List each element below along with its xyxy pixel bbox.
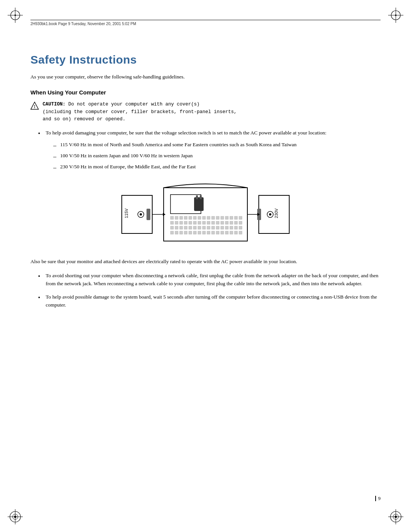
svg-rect-62 (239, 221, 242, 224)
svg-rect-79 (170, 231, 174, 234)
voltage-diagram: 115V (30, 180, 381, 249)
svg-rect-29 (200, 195, 202, 199)
svg-point-24 (140, 213, 142, 216)
svg-rect-91 (225, 231, 228, 234)
bullet-text-voltage: To help avoid damaging your computer, be… (46, 130, 327, 136)
svg-rect-45 (234, 216, 237, 219)
intro-paragraph: As you use your computer, observe the fo… (30, 73, 381, 81)
svg-rect-33 (180, 216, 183, 219)
svg-rect-73 (216, 226, 219, 229)
svg-rect-87 (207, 231, 210, 234)
dash-item-3: 230 V/50 Hz in most of Europe, the Middl… (53, 163, 381, 171)
svg-rect-63 (170, 226, 174, 229)
svg-rect-64 (175, 226, 178, 229)
svg-rect-32 (175, 216, 178, 219)
svg-rect-86 (202, 231, 206, 234)
svg-rect-56 (212, 221, 215, 224)
svg-point-7 (395, 14, 397, 16)
svg-rect-38 (202, 216, 206, 219)
svg-rect-71 (207, 226, 210, 229)
corner-mark-tr (388, 8, 403, 23)
svg-rect-43 (225, 216, 228, 219)
svg-rect-90 (221, 231, 224, 234)
main-content: Safety Instructions As you use your comp… (30, 53, 381, 309)
book-info: 2H930bk1.book Page 9 Tuesday, November 2… (30, 22, 136, 26)
svg-rect-69 (198, 226, 201, 229)
svg-rect-82 (184, 231, 187, 234)
svg-point-16 (395, 516, 397, 518)
page-number: 9 (378, 495, 381, 502)
svg-point-11 (14, 516, 16, 518)
svg-rect-60 (230, 221, 233, 224)
svg-rect-40 (212, 216, 215, 219)
svg-rect-47 (170, 221, 174, 224)
svg-rect-75 (225, 226, 228, 229)
svg-rect-53 (198, 221, 201, 224)
svg-rect-70 (202, 226, 206, 229)
header-bar: 2H930bk1.book Page 9 Tuesday, November 2… (30, 20, 381, 26)
svg-rect-93 (234, 231, 237, 234)
svg-rect-76 (230, 226, 233, 229)
bullet-item-usb: To help avoid possible damage to the sys… (38, 293, 381, 309)
svg-rect-31 (170, 216, 174, 219)
svg-rect-74 (221, 226, 224, 229)
svg-rect-39 (207, 216, 210, 219)
caution-icon: ! (30, 102, 39, 112)
after-diagram-text: Also be sure that your monitor and attac… (30, 258, 381, 266)
corner-mark-tl (8, 8, 23, 23)
svg-rect-77 (234, 226, 237, 229)
corner-mark-br (388, 509, 403, 524)
svg-text:115V: 115V (124, 208, 129, 218)
bullet-text-network: To avoid shorting out your computer when… (46, 273, 378, 286)
svg-rect-80 (175, 231, 178, 234)
dash-item-1: 115 V/60 Hz in most of North and South A… (53, 141, 381, 149)
bullet-item-network: To avoid shorting out your computer when… (38, 272, 381, 288)
section-heading: When Using Your Computer (30, 89, 381, 96)
caution-box: ! CAUTION: Do not operate your computer … (30, 101, 381, 123)
svg-rect-94 (239, 231, 242, 234)
svg-rect-22 (147, 209, 150, 220)
dash-item-2: 100 V/50 Hz in eastern Japan and 100 V/6… (53, 152, 381, 160)
svg-rect-65 (180, 226, 183, 229)
secondary-bullet-list: To avoid shorting out your computer when… (38, 272, 381, 309)
svg-rect-58 (221, 221, 224, 224)
svg-rect-88 (212, 231, 215, 234)
corner-mark-bl (8, 509, 23, 524)
page: 2H930bk1.book Page 9 Tuesday, November 2… (0, 0, 411, 532)
svg-rect-78 (239, 226, 242, 229)
svg-text:230V: 230V (274, 208, 279, 218)
caution-label: CAUTION: (43, 102, 65, 107)
svg-rect-55 (207, 221, 210, 224)
svg-rect-68 (193, 226, 196, 229)
caution-body: Do not operate your computer with any co… (43, 102, 237, 122)
svg-rect-37 (198, 216, 201, 219)
caution-text: CAUTION: Do not operate your computer wi… (43, 101, 237, 123)
svg-rect-52 (193, 221, 196, 224)
svg-point-3 (14, 14, 16, 16)
svg-rect-28 (196, 195, 198, 199)
dash-list: 115 V/60 Hz in most of North and South A… (53, 141, 381, 171)
svg-rect-85 (198, 231, 201, 234)
svg-rect-89 (216, 231, 219, 234)
svg-rect-50 (184, 221, 187, 224)
svg-marker-101 (163, 213, 166, 216)
svg-rect-42 (221, 216, 224, 219)
svg-rect-67 (189, 226, 192, 229)
svg-rect-27 (194, 197, 204, 211)
svg-rect-59 (225, 221, 228, 224)
svg-rect-51 (189, 221, 192, 224)
svg-rect-41 (216, 216, 219, 219)
svg-point-99 (269, 213, 271, 216)
svg-rect-48 (175, 221, 178, 224)
main-bullet-list: To help avoid damaging your computer, be… (38, 129, 381, 171)
svg-rect-83 (189, 231, 192, 234)
svg-rect-54 (202, 221, 206, 224)
svg-rect-57 (216, 221, 219, 224)
page-footer: 9 (375, 495, 381, 502)
svg-rect-44 (230, 216, 233, 219)
svg-rect-34 (184, 216, 187, 219)
svg-rect-61 (234, 221, 237, 224)
svg-rect-49 (180, 221, 183, 224)
svg-rect-72 (212, 226, 215, 229)
footer-bar (375, 496, 376, 501)
